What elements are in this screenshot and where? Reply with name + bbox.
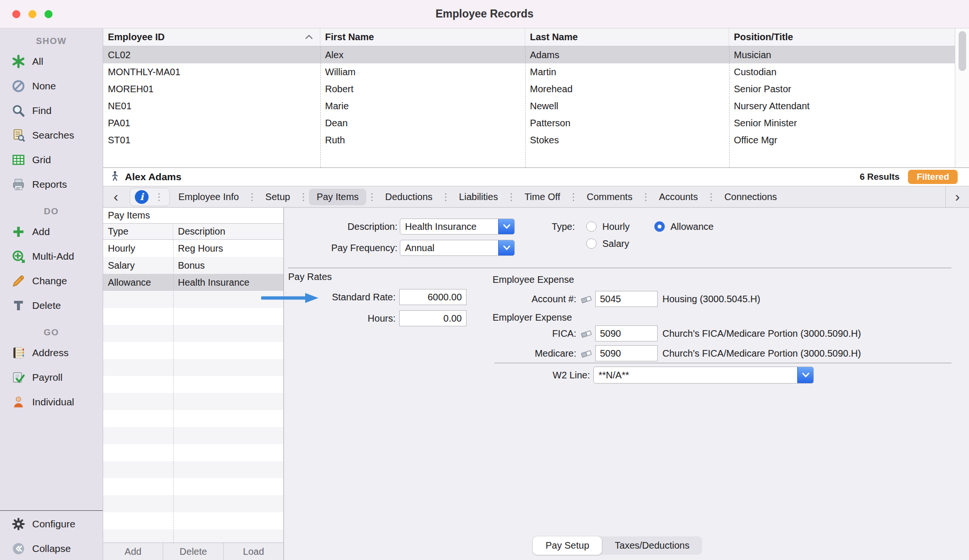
add-button[interactable]: Add <box>103 543 163 560</box>
pay-item-row[interactable]: Salary Bonus <box>103 257 283 274</box>
column-divider <box>320 46 321 167</box>
tab-time-off[interactable]: Time Off <box>517 189 568 205</box>
tab-accounts[interactable]: Accounts <box>652 189 705 205</box>
sidebar-item-delete[interactable]: Delete <box>0 293 103 318</box>
table-row[interactable]: ST01 Ruth Stokes Office Mgr <box>103 131 969 149</box>
type-salary-label: Salary <box>602 237 629 250</box>
hours-input[interactable] <box>399 310 467 326</box>
close-button[interactable] <box>12 10 20 18</box>
type-salary-radio[interactable] <box>586 238 597 249</box>
tab-menu-icon[interactable]: ⋮ <box>366 191 378 202</box>
employer-expense-title: Employer Expense <box>493 311 572 324</box>
tab-deductions[interactable]: Deductions <box>378 189 440 205</box>
tab-liabilities[interactable]: Liabilities <box>451 189 505 205</box>
chevron-down-icon[interactable] <box>797 367 813 383</box>
sidebar-item-configure[interactable]: Configure <box>0 512 103 536</box>
tab-back-button[interactable]: ‹ <box>103 186 129 207</box>
type-allowance-radio[interactable] <box>654 221 665 232</box>
pay-setup-tab[interactable]: Pay Setup <box>533 536 602 555</box>
record-bar: Alex Adams 6 Results Filtered <box>103 167 969 186</box>
scrollbar-thumb[interactable] <box>959 31 966 71</box>
tab-menu-icon[interactable]: ⋮ <box>440 191 451 202</box>
account-number-input[interactable] <box>595 291 658 307</box>
tab-bar: ‹ i ⋮ Employee Info ⋮ Setup ⋮ Pay Items … <box>103 186 969 208</box>
cell-first-name: William <box>320 67 525 78</box>
medicare-input[interactable] <box>595 345 658 361</box>
delete-button[interactable]: Delete <box>163 543 223 560</box>
sidebar-item-multi-add[interactable]: Multi-Add <box>0 244 103 269</box>
minimize-button[interactable] <box>28 10 36 18</box>
sidebar-section-do: DO <box>0 203 103 219</box>
sidebar-item-individual[interactable]: Individual <box>0 390 103 414</box>
tab-menu-icon[interactable]: ⋮ <box>705 191 717 202</box>
sidebar-item-payroll[interactable]: Payroll <box>0 365 103 390</box>
tab-forward-button[interactable]: › <box>945 186 969 207</box>
cell-employee-id: MOREH01 <box>103 84 320 95</box>
table-row[interactable]: MOREH01 Robert Morehead Senior Pastor <box>103 80 969 97</box>
cell-first-name: Dean <box>320 118 525 129</box>
column-header-employee-id[interactable]: Employee ID <box>103 28 320 46</box>
taxes-deductions-tab[interactable]: Taxes/Deductions <box>602 536 702 555</box>
table-row[interactable]: PA01 Dean Patterson Senior Minister <box>103 114 969 131</box>
hours-label: Hours: <box>284 312 396 324</box>
pay-frequency-select[interactable]: Annual <box>400 240 515 256</box>
tab-menu-icon[interactable]: ⋮ <box>640 191 652 202</box>
chevron-down-icon[interactable] <box>498 240 514 255</box>
column-divider <box>729 46 730 167</box>
person-figure-icon <box>110 170 120 184</box>
sidebar-item-add[interactable]: Add <box>0 219 103 244</box>
account-lookup-icon[interactable] <box>580 293 593 305</box>
tab-setup[interactable]: Setup <box>258 189 298 205</box>
column-header-first-name[interactable]: First Name <box>320 28 525 46</box>
account-lookup-icon[interactable] <box>580 327 593 340</box>
sidebar-item-collapse[interactable]: Collapse <box>0 536 103 560</box>
tab-menu-icon[interactable]: ⋮ <box>568 191 579 202</box>
table-row[interactable]: MONTHLY-MA01 William Martin Custodian <box>103 63 969 80</box>
table-row[interactable]: CL02 Alex Adams Musician <box>103 46 969 63</box>
column-divider <box>525 46 526 167</box>
tab-comments[interactable]: Comments <box>579 189 640 205</box>
tab-menu-icon[interactable]: ⋮ <box>247 191 258 202</box>
description-select[interactable]: Health Insurance <box>400 219 515 235</box>
window-title: Employee Records <box>435 8 533 20</box>
reports-icon <box>11 177 26 192</box>
pay-items-column-description[interactable]: Description <box>173 224 283 239</box>
pay-items-column-type[interactable]: Type <box>103 224 173 239</box>
table-row[interactable]: NE01 Marie Newell Nursery Attendant <box>103 97 969 114</box>
sidebar-item-label: Change <box>32 275 67 287</box>
sidebar-item-grid[interactable]: Grid <box>0 148 103 172</box>
sidebar-section-show: SHOW <box>0 33 103 49</box>
account-lookup-icon[interactable] <box>580 347 593 359</box>
sidebar-item-address[interactable]: Address <box>0 341 103 365</box>
w2-line-select[interactable]: **N/A** <box>593 367 814 384</box>
type-hourly-radio[interactable] <box>586 221 597 232</box>
sidebar-item-change[interactable]: Change <box>0 269 103 293</box>
pay-item-row[interactable]: Allowance Health Insurance <box>103 274 283 291</box>
column-header-last-name[interactable]: Last Name <box>525 28 729 46</box>
employee-table-header: Employee ID First Name Last Name Positio… <box>103 28 969 46</box>
sidebar-item-searches[interactable]: Searches <box>0 123 103 148</box>
standard-rate-input[interactable] <box>399 289 467 305</box>
sidebar-item-all[interactable]: All <box>0 49 103 74</box>
sidebar-item-label: Grid <box>32 154 51 166</box>
tab-menu-icon[interactable]: ⋮ <box>505 191 517 202</box>
filtered-badge[interactable]: Filtered <box>908 170 958 184</box>
column-header-position-title[interactable]: Position/Title <box>729 28 955 46</box>
pay-item-row[interactable]: Hourly Reg Hours <box>103 240 283 257</box>
cell-last-name: Patterson <box>525 118 729 129</box>
tab-info[interactable]: i ⋮ <box>130 188 170 206</box>
multi-add-icon <box>11 249 26 263</box>
tab-pay-items[interactable]: Pay Items <box>309 189 366 205</box>
sidebar-item-reports[interactable]: Reports <box>0 172 103 197</box>
tab-menu-icon[interactable]: ⋮ <box>153 191 165 202</box>
sidebar-item-none[interactable]: None <box>0 74 103 98</box>
fica-input[interactable] <box>595 325 658 341</box>
zoom-button[interactable] <box>44 10 53 18</box>
sidebar-item-find[interactable]: Find <box>0 98 103 123</box>
vertical-scrollbar[interactable] <box>955 28 969 167</box>
tab-employee-info[interactable]: Employee Info <box>171 189 247 205</box>
grid-icon <box>11 153 26 167</box>
load-button[interactable]: Load <box>224 543 283 560</box>
tab-connections[interactable]: Connections <box>717 189 784 205</box>
tab-menu-icon[interactable]: ⋮ <box>298 191 309 202</box>
